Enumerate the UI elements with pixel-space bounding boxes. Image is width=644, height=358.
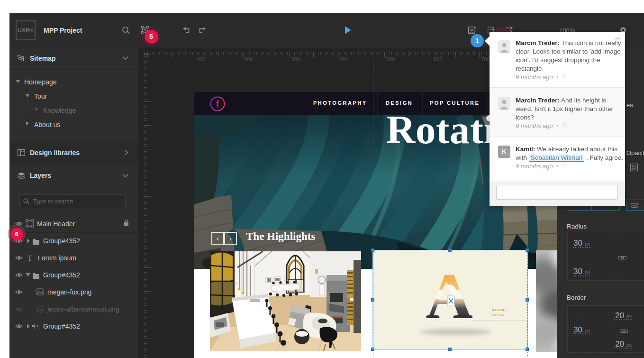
svg-text:200: 200 [244, 56, 253, 62]
svg-text:600: 600 [434, 56, 442, 62]
svg-text:700: 700 [481, 56, 490, 62]
svg-text:300: 300 [291, 56, 300, 62]
svg-text:INDIA: INDIA [492, 313, 504, 317]
svg-text:AGRA,: AGRA, [492, 308, 507, 312]
svg-text:400: 400 [339, 56, 347, 62]
svg-text:100: 100 [197, 56, 205, 62]
svg-text:500: 500 [386, 56, 395, 62]
svg-text:f: f [216, 99, 219, 109]
